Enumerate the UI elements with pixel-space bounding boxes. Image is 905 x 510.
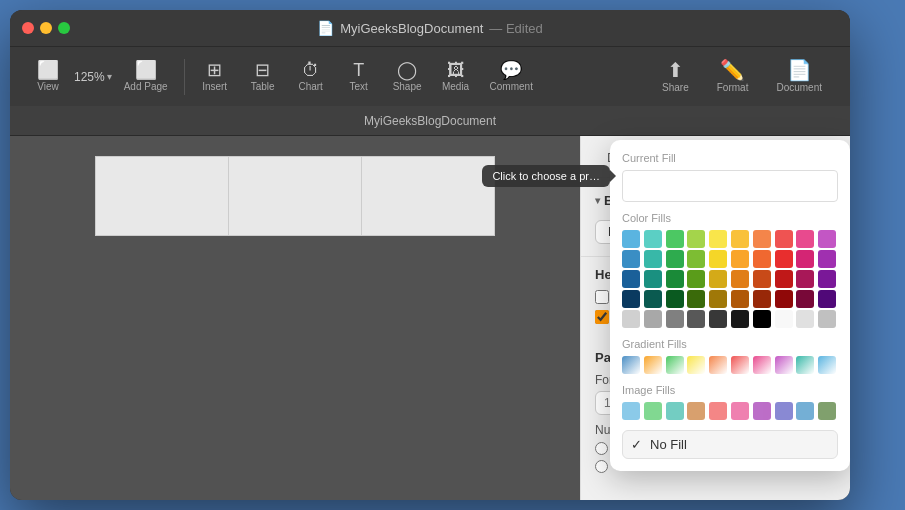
image-fill-swatch[interactable] <box>644 402 662 420</box>
color-swatch[interactable] <box>796 290 814 308</box>
color-swatch[interactable] <box>644 290 662 308</box>
color-swatch[interactable] <box>644 250 662 268</box>
color-swatch[interactable] <box>709 230 727 248</box>
continue-from-radio[interactable] <box>595 442 608 455</box>
color-swatch[interactable] <box>796 310 814 328</box>
color-swatch[interactable] <box>796 250 814 268</box>
color-swatch[interactable] <box>687 230 705 248</box>
color-swatch[interactable] <box>644 230 662 248</box>
gradient-swatch[interactable] <box>622 356 640 374</box>
image-fill-swatch[interactable] <box>709 402 727 420</box>
color-swatch[interactable] <box>666 270 684 288</box>
maximize-button[interactable] <box>58 22 70 34</box>
color-swatch[interactable] <box>731 290 749 308</box>
color-swatch[interactable] <box>775 230 793 248</box>
view-label: View <box>37 81 59 92</box>
table-button[interactable]: ⊟ Table <box>241 57 285 96</box>
gradient-swatch[interactable] <box>687 356 705 374</box>
color-swatch[interactable] <box>644 310 662 328</box>
media-button[interactable]: 🖼 Media <box>434 57 478 96</box>
image-fill-swatch[interactable] <box>775 402 793 420</box>
color-swatch[interactable] <box>622 270 640 288</box>
document-button[interactable]: 📄 Document <box>764 56 834 97</box>
color-swatch[interactable] <box>818 230 836 248</box>
color-swatch[interactable] <box>775 270 793 288</box>
color-swatch[interactable] <box>753 270 771 288</box>
color-swatch[interactable] <box>709 270 727 288</box>
color-swatch[interactable] <box>818 310 836 328</box>
chart-button[interactable]: ⏱ Chart <box>289 57 333 96</box>
hide-on-first-checkbox[interactable] <box>595 290 609 304</box>
color-swatch[interactable] <box>622 230 640 248</box>
document-icon: 📄 <box>317 20 334 36</box>
color-swatch[interactable] <box>775 310 793 328</box>
color-swatch[interactable] <box>775 250 793 268</box>
color-swatch[interactable] <box>666 230 684 248</box>
color-swatch[interactable] <box>796 270 814 288</box>
gradient-swatch[interactable] <box>818 356 836 374</box>
image-fill-swatch[interactable] <box>666 402 684 420</box>
close-button[interactable] <box>22 22 34 34</box>
color-swatch[interactable] <box>709 310 727 328</box>
color-swatch[interactable] <box>709 290 727 308</box>
color-swatch[interactable] <box>622 290 640 308</box>
color-swatch[interactable] <box>666 250 684 268</box>
color-swatch[interactable] <box>731 270 749 288</box>
chart-icon: ⏱ <box>302 61 320 79</box>
color-swatch[interactable] <box>796 230 814 248</box>
color-swatch[interactable] <box>818 270 836 288</box>
image-fill-swatch[interactable] <box>622 402 640 420</box>
image-fill-swatch[interactable] <box>796 402 814 420</box>
comment-icon: 💬 <box>500 61 522 79</box>
color-swatch[interactable] <box>709 250 727 268</box>
color-swatch[interactable] <box>666 290 684 308</box>
color-swatch[interactable] <box>731 310 749 328</box>
color-swatch[interactable] <box>731 230 749 248</box>
text-button[interactable]: T Text <box>337 57 381 96</box>
gradient-swatch[interactable] <box>753 356 771 374</box>
view-button[interactable]: ⬜ View <box>26 57 70 96</box>
image-fill-swatch[interactable] <box>687 402 705 420</box>
color-swatch[interactable] <box>622 250 640 268</box>
color-swatch[interactable] <box>687 310 705 328</box>
image-fill-swatch[interactable] <box>731 402 749 420</box>
color-swatch[interactable] <box>753 250 771 268</box>
right-panel: Document Section Bookmarks + ▾ Backgroun… <box>580 136 850 500</box>
gradient-swatch[interactable] <box>666 356 684 374</box>
gradient-swatch[interactable] <box>796 356 814 374</box>
image-fill-swatch[interactable] <box>753 402 771 420</box>
shape-button[interactable]: ◯ Shape <box>385 57 430 96</box>
minimize-button[interactable] <box>40 22 52 34</box>
gradient-swatch[interactable] <box>731 356 749 374</box>
color-swatch[interactable] <box>775 290 793 308</box>
color-swatch[interactable] <box>753 290 771 308</box>
gradient-swatch[interactable] <box>775 356 793 374</box>
current-fill-preview[interactable] <box>622 170 838 202</box>
comment-button[interactable]: 💬 Comment <box>482 57 541 96</box>
color-swatch[interactable] <box>666 310 684 328</box>
insert-button[interactable]: ⊞ Insert <box>193 57 237 96</box>
gradient-swatch[interactable] <box>709 356 727 374</box>
gradient-swatch[interactable] <box>644 356 662 374</box>
color-swatch[interactable] <box>818 250 836 268</box>
match-prev-checkbox[interactable] <box>595 310 609 324</box>
color-swatch[interactable] <box>731 250 749 268</box>
color-picker-popup: Current Fill Color Fills Gradient Fills … <box>610 140 850 471</box>
color-swatch[interactable] <box>644 270 662 288</box>
image-fill-swatch[interactable] <box>818 402 836 420</box>
add-page-button[interactable]: ⬜ Add Page <box>116 57 176 96</box>
color-swatch[interactable] <box>753 230 771 248</box>
zoom-control[interactable]: 125% ▾ <box>74 70 112 84</box>
share-button[interactable]: ⬆ Share <box>650 56 701 97</box>
format-icon: ✏️ <box>720 60 745 80</box>
text-label: Text <box>349 81 367 92</box>
color-swatch[interactable] <box>687 250 705 268</box>
no-fill-option[interactable]: ✓ No Fill <box>622 430 838 459</box>
color-swatch[interactable] <box>622 310 640 328</box>
format-button[interactable]: ✏️ Format <box>705 56 761 97</box>
color-swatch[interactable] <box>687 290 705 308</box>
color-swatch[interactable] <box>818 290 836 308</box>
start-at-radio[interactable] <box>595 460 608 473</box>
color-swatch[interactable] <box>687 270 705 288</box>
color-swatch[interactable] <box>753 310 771 328</box>
